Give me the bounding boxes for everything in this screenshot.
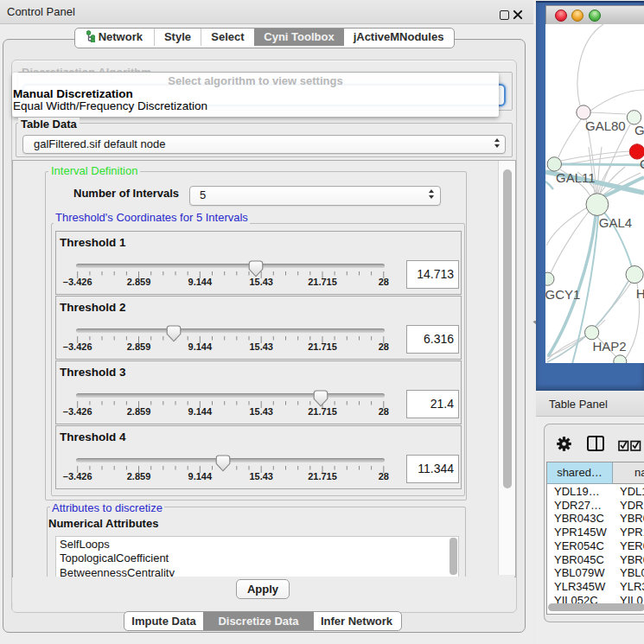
svg-text:GCY1: GCY1	[545, 287, 580, 302]
svg-text:H: H	[636, 286, 644, 301]
svg-text:HAP2: HAP2	[592, 339, 626, 354]
svg-text:GAL4: GAL4	[599, 215, 632, 230]
svg-text:GAL11: GAL11	[556, 170, 596, 185]
svg-text:GA: GA	[634, 123, 644, 137]
svg-text:C: C	[640, 156, 644, 171]
svg-text:GAL80: GAL80	[585, 118, 626, 133]
